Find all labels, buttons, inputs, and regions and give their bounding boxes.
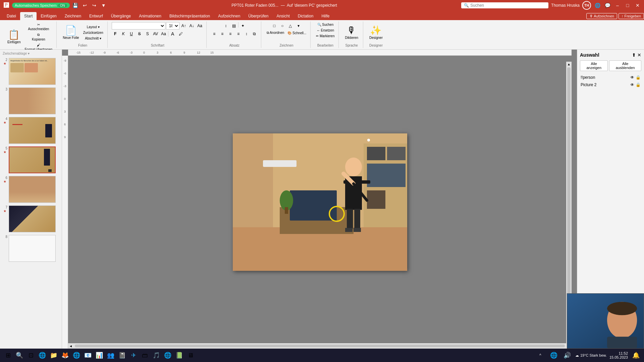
slide-image[interactable]: [233, 133, 407, 271]
thumb-wrap-5[interactable]: [9, 146, 56, 173]
tab-entwurf[interactable]: Entwurf: [85, 12, 107, 20]
autosave-toggle[interactable]: Automatisches Speichern ON: [12, 3, 70, 8]
taskbar-onenote-icon[interactable]: 📓: [117, 350, 127, 361]
slide-thumb-8[interactable]: 8: [1, 234, 60, 262]
scroll-left[interactable]: ◄: [68, 344, 73, 348]
taskbar-app2-icon[interactable]: 🎵: [151, 350, 162, 361]
panel-close-icon[interactable]: ✕: [637, 52, 641, 58]
taskbar-app4-icon[interactable]: 🖥: [185, 350, 196, 361]
thumb-wrap-8[interactable]: [9, 235, 56, 262]
close-btn[interactable]: ✕: [634, 2, 641, 9]
panel-item-person-lock[interactable]: 🔒: [636, 75, 641, 80]
taskbar-teams-icon[interactable]: 👥: [105, 350, 116, 361]
slide-thumb-3[interactable]: 3: [1, 87, 60, 115]
panel-item-picture2-lock[interactable]: 🔒: [636, 82, 641, 87]
btn-markieren[interactable]: ✏ Markieren: [315, 34, 336, 39]
btn-designer[interactable]: ✨ Designer: [367, 22, 385, 43]
tab-ansicht[interactable]: Ansicht: [272, 12, 293, 20]
btn-anordnen[interactable]: ⧉ Anordnen: [265, 30, 286, 36]
slide-canvas[interactable]: ▲ ▼: [68, 56, 572, 349]
record-btn[interactable]: 🎙 Aufzeichnen: [586, 13, 617, 19]
scroll-up[interactable]: ▲: [567, 62, 571, 67]
btn-convert-smartart[interactable]: ✦: [239, 22, 247, 29]
btn-increase-font[interactable]: A↑: [180, 22, 187, 29]
minimize-btn[interactable]: –: [614, 2, 621, 9]
redo-icon[interactable]: ↪: [91, 2, 98, 9]
slide-main[interactable]: [233, 133, 407, 271]
scroll-h-thumb[interactable]: [75, 345, 565, 347]
btn-rect[interactable]: □: [271, 22, 278, 29]
thumb-wrap-7[interactable]: [9, 205, 56, 232]
btn-align-center[interactable]: ≡: [219, 30, 226, 38]
taskbar-app1-icon[interactable]: 🗃: [140, 350, 150, 361]
btn-schnellformatvorlagen[interactable]: 🎨 Schnell...: [286, 30, 308, 36]
btn-columns[interactable]: ⧉: [251, 30, 258, 38]
btn-abschnitt[interactable]: Abschnitt ▾: [82, 36, 105, 41]
btn-justify[interactable]: ≡: [235, 30, 242, 38]
taskbar-ppt-icon[interactable]: 📊: [94, 350, 105, 361]
thumb-wrap-6[interactable]: [9, 176, 56, 203]
tab-start[interactable]: Start: [20, 12, 37, 20]
btn-suchen[interactable]: 🔍 Suchen: [316, 22, 335, 27]
btn-char-spacing[interactable]: AV: [152, 30, 159, 38]
start-icon[interactable]: ⊞: [3, 350, 13, 361]
font-name-select[interactable]: [112, 22, 165, 29]
thumb-wrap-4[interactable]: [9, 117, 56, 144]
slide-thumb-7[interactable]: 7 ★: [1, 205, 60, 233]
taskbar-excel-icon[interactable]: 📗: [174, 350, 184, 361]
tab-aufzeichnen[interactable]: Aufzeichnen: [214, 12, 244, 20]
btn-triangle[interactable]: △: [287, 22, 294, 29]
btn-alle-ausblenden[interactable]: Alle ausblenden: [609, 60, 641, 71]
btn-shadow[interactable]: S: [144, 30, 151, 38]
quick-access-icon[interactable]: ▼: [100, 2, 107, 9]
panel-item-person-eye[interactable]: 👁: [630, 75, 634, 80]
autosave-state[interactable]: ON: [58, 4, 67, 7]
panel-expand-icon[interactable]: ⬆: [632, 52, 636, 58]
btn-bold[interactable]: F: [112, 30, 119, 38]
slide-panel[interactable]: Zwischenablage ▾ 2 ★ Möglichkeiten für M…: [0, 50, 62, 349]
taskbar-chevron-icon[interactable]: ^: [535, 350, 546, 361]
btn-strikethrough[interactable]: S: [136, 30, 143, 38]
taskbar-network-icon[interactable]: 🌐: [548, 350, 559, 361]
btn-align-columns[interactable]: ▤: [230, 22, 237, 29]
tab-datei[interactable]: Datei: [3, 12, 20, 20]
font-size-select[interactable]: 18: [166, 22, 179, 29]
undo-icon[interactable]: ↩: [81, 2, 89, 9]
taskbar-app3-icon[interactable]: 🌐: [162, 350, 173, 361]
taskbar-telegram-icon[interactable]: ✈: [128, 350, 139, 361]
btn-alle-anzeigen[interactable]: Alle anzeigen: [580, 60, 608, 71]
search-bar[interactable]: 🔍: [461, 2, 548, 8]
taskbar-explorer-icon[interactable]: 📁: [48, 350, 59, 361]
tab-einfuegen[interactable]: Einfügen: [37, 12, 60, 20]
taskbar-notification-icon[interactable]: 🔔: [631, 350, 641, 361]
btn-oval[interactable]: ○: [279, 22, 286, 29]
taskbar-edge-icon[interactable]: 🌐: [37, 350, 48, 361]
slide-thumb-5[interactable]: 5 ★: [1, 146, 60, 174]
btn-italic[interactable]: K: [120, 30, 127, 38]
btn-zuruecksetzen[interactable]: Zurücksetzen: [82, 30, 105, 35]
btn-text-direction[interactable]: ↕: [222, 22, 229, 29]
btn-more-shapes[interactable]: ▾: [295, 22, 302, 29]
taskbar-speaker-icon[interactable]: 🔊: [562, 350, 573, 361]
btn-einfuegen[interactable]: 📋 Einfügen: [5, 27, 22, 47]
tab-ueberpruefen[interactable]: Überprüfen: [244, 12, 272, 20]
tab-animationen[interactable]: Animationen: [135, 12, 165, 20]
btn-highlight[interactable]: 🖊: [177, 30, 184, 38]
tab-hilfe[interactable]: Hilfe: [317, 12, 333, 20]
maximize-btn[interactable]: □: [624, 2, 631, 9]
btn-kopieren[interactable]: ⧉Kopieren: [23, 32, 54, 42]
btn-neue-folie[interactable]: 📄 Neue Folie: [61, 22, 81, 43]
btn-underline[interactable]: U: [128, 30, 135, 38]
taskbar-search-icon[interactable]: 🔍: [14, 350, 25, 361]
btn-line-spacing[interactable]: ↕: [243, 30, 250, 38]
taskbar-chrome-icon[interactable]: 🌐: [71, 350, 82, 361]
tab-dictation[interactable]: Dictation: [294, 12, 318, 20]
slide-thumb-4[interactable]: 4 ★: [1, 116, 60, 144]
btn-align-right[interactable]: ≡: [227, 30, 234, 38]
taskbar-clock[interactable]: 11:52 15.05.2023: [609, 351, 628, 359]
thumb-wrap-2[interactable]: Möglichkeiten für Menschen die zu tun ha…: [9, 58, 56, 85]
btn-ersetzen[interactable]: ↔ Ersetzen: [315, 28, 335, 33]
search-input[interactable]: [470, 3, 531, 8]
slide-thumb-6[interactable]: 6 ★: [1, 175, 60, 203]
btn-align-left[interactable]: ≡: [211, 30, 218, 38]
